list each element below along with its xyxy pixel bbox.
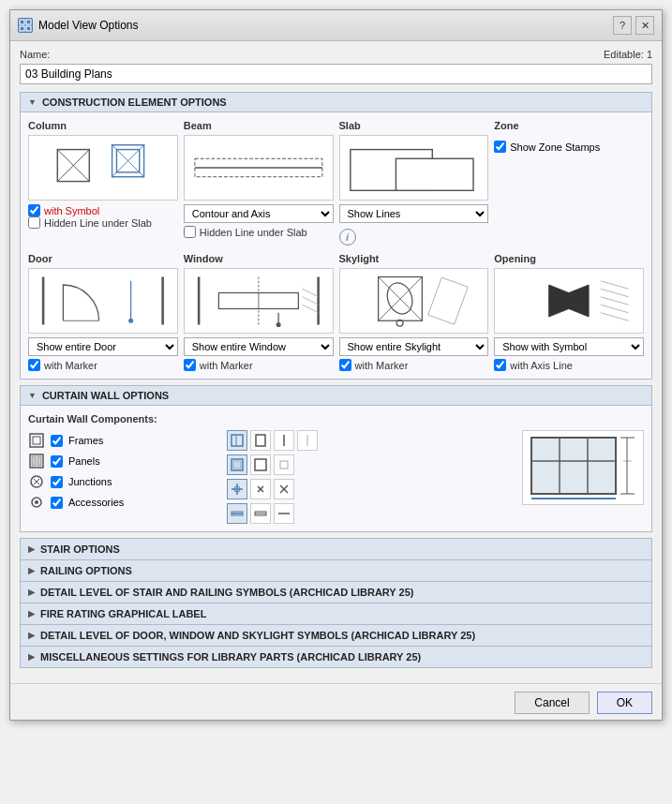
svg-line-42	[601, 305, 629, 313]
panel-icon-outline[interactable]	[250, 454, 271, 475]
window-select[interactable]: Show entire Window Show Opening Only	[184, 337, 334, 356]
svg-line-41	[601, 297, 629, 305]
column-with-symbol-checkbox[interactable]	[28, 204, 40, 216]
panels-icons	[227, 454, 511, 475]
beam-hidden-line-label: Hidden Line under Slab	[200, 227, 307, 238]
curtain-components-label: Curtain Wall Components:	[28, 413, 644, 424]
zone-stamps-checkbox[interactable]	[494, 141, 506, 153]
frame-icon-line[interactable]	[274, 430, 294, 451]
frame-icon-thin[interactable]	[297, 430, 318, 451]
junction-icon-cross[interactable]	[250, 479, 271, 499]
name-label: Name:	[20, 49, 50, 60]
svg-line-40	[601, 289, 629, 297]
column-hidden-line-checkbox[interactable]	[28, 216, 40, 229]
column-label: Column	[28, 120, 178, 131]
detail-stair-label: DETAIL LEVEL OF STAIR AND RAILING SYMBOL…	[40, 587, 413, 598]
accessory-icon-3[interactable]	[274, 503, 294, 524]
panels-icon	[28, 453, 45, 469]
accessories-checkbox[interactable]	[51, 497, 63, 509]
svg-rect-56	[256, 435, 265, 446]
collapsed-sections: ▶ STAIR OPTIONS ▶ RAILING OPTIONS ▶ DETA…	[20, 538, 652, 668]
curtain-title: CURTAIN WALL OPTIONS	[42, 390, 169, 401]
opening-axis-checkbox[interactable]	[494, 359, 506, 371]
opening-select[interactable]: Show with Symbol Show Opening Only	[494, 337, 644, 356]
construction-section-header[interactable]: ▼ CONSTRUCTION ELEMENT OPTIONS	[20, 92, 652, 112]
detail-door-label: DETAIL LEVEL OF DOOR, WINDOW AND SKYLIGH…	[40, 630, 475, 641]
detail-stair-section[interactable]: ▶ DETAIL LEVEL OF STAIR AND RAILING SYMB…	[21, 582, 651, 603]
help-button[interactable]: ?	[613, 16, 632, 35]
fire-rating-section[interactable]: ▶ FIRE RATING GRAPHICAL LABEL	[21, 603, 651, 625]
beam-hidden-line-row: Hidden Line under Slab	[184, 226, 334, 238]
stair-options-section[interactable]: ▶ STAIR OPTIONS	[21, 539, 651, 560]
accessory-icon-2[interactable]	[250, 503, 271, 524]
frames-icon	[28, 432, 45, 449]
svg-rect-36	[427, 277, 467, 324]
slab-info-icon[interactable]: i	[339, 229, 356, 246]
skylight-preview	[339, 268, 489, 334]
column-hidden-line-label: Hidden Line under Slab	[44, 217, 152, 229]
svg-rect-2	[20, 26, 24, 31]
accessories-icons	[227, 503, 511, 524]
slab-select[interactable]: Show Lines Hide Lines	[339, 204, 489, 223]
name-input[interactable]: 03 Building Plans	[20, 64, 652, 84]
ok-button[interactable]: OK	[597, 692, 652, 714]
beam-hidden-line-checkbox[interactable]	[184, 226, 196, 238]
window-marker-row: with Marker	[184, 359, 334, 371]
misc-settings-section[interactable]: ▶ MISCELLANEOUS SETTINGS FOR LIBRARY PAR…	[21, 647, 651, 667]
frame-icon-full[interactable]	[227, 430, 247, 451]
window-marker-checkbox[interactable]	[184, 359, 196, 371]
svg-rect-80	[560, 439, 587, 460]
cancel-button[interactable]: Cancel	[515, 692, 589, 714]
svg-rect-83	[560, 462, 587, 493]
accessories-icon	[28, 494, 45, 511]
column-preview	[28, 135, 178, 201]
skylight-marker-row: with Marker	[339, 359, 489, 371]
door-label: Door	[28, 253, 178, 264]
accessory-icon-1[interactable]	[227, 503, 247, 524]
column-block: Column	[28, 120, 178, 246]
skylight-select[interactable]: Show entire Skylight Show Opening Only	[339, 337, 489, 356]
junction-icon-full[interactable]	[227, 479, 247, 499]
panel-icon-full[interactable]	[227, 454, 247, 475]
column-with-symbol-row: with Symbol	[28, 204, 178, 216]
door-select[interactable]: Show entire Door Show Opening Only	[28, 337, 178, 356]
svg-rect-62	[280, 461, 288, 469]
door-window-grid: Door	[28, 253, 644, 371]
svg-point-19	[128, 319, 133, 323]
railing-options-section[interactable]: ▶ RAILING OPTIONS	[21, 560, 651, 582]
curtain-preview	[522, 430, 644, 505]
curtain-wall-section-header[interactable]: ▼ CURTAIN WALL OPTIONS	[20, 385, 652, 406]
frame-icon-partial[interactable]	[250, 430, 271, 451]
skylight-block: Skylight	[339, 253, 489, 371]
junctions-icon	[28, 473, 45, 490]
accessories-row: Accessories	[28, 492, 216, 513]
railing-arrow: ▶	[28, 566, 35, 575]
zone-label: Zone	[494, 120, 644, 131]
panels-checkbox[interactable]	[51, 455, 63, 468]
junctions-checkbox[interactable]	[51, 476, 63, 488]
detail-stair-arrow: ▶	[28, 588, 35, 597]
svg-rect-54	[231, 435, 243, 446]
detail-door-arrow: ▶	[28, 631, 35, 640]
door-marker-row: with Marker	[28, 359, 178, 371]
stair-arrow: ▶	[28, 544, 35, 554]
door-marker-checkbox[interactable]	[28, 359, 40, 371]
beam-select[interactable]: Contour and Axis Contour Only Axis Only	[184, 204, 334, 223]
curtain-arrow: ▼	[28, 391, 37, 400]
junction-icon-x[interactable]	[274, 479, 294, 499]
frames-icons	[227, 430, 511, 451]
curtain-components-list: Frames Panels	[28, 430, 216, 513]
accessories-label: Accessories	[68, 497, 124, 508]
panels-label: Panels	[68, 455, 100, 467]
stair-label: STAIR OPTIONS	[40, 543, 120, 555]
frames-label: Frames	[68, 435, 103, 446]
fire-rating-arrow: ▶	[28, 609, 35, 618]
window-marker-label: with Marker	[200, 360, 253, 371]
panel-icon-empty[interactable]	[274, 454, 294, 475]
skylight-marker-checkbox[interactable]	[339, 359, 351, 371]
construction-arrow: ▼	[28, 97, 37, 107]
svg-point-53	[35, 500, 38, 504]
detail-door-window-section[interactable]: ▶ DETAIL LEVEL OF DOOR, WINDOW AND SKYLI…	[21, 625, 651, 647]
frames-checkbox[interactable]	[51, 435, 63, 447]
close-button[interactable]: ✕	[635, 16, 654, 35]
